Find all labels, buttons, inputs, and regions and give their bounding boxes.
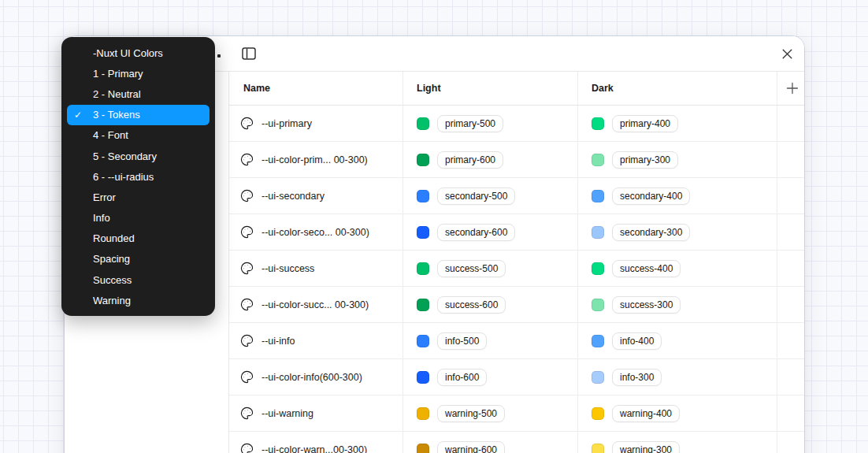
- color-swatch[interactable]: [592, 444, 604, 453]
- light-mode-cell[interactable]: primary-600: [403, 142, 578, 177]
- color-swatch[interactable]: [592, 226, 604, 239]
- variable-name-cell[interactable]: --ui-info: [229, 323, 403, 358]
- token-alias-pill[interactable]: warning-400: [612, 405, 680, 422]
- token-alias-pill[interactable]: warning-600: [437, 441, 505, 453]
- variable-name-cell[interactable]: --ui-primary: [229, 106, 403, 141]
- color-swatch[interactable]: [592, 262, 604, 275]
- add-mode-button[interactable]: [783, 79, 802, 98]
- menu-item-rounded[interactable]: Rounded: [67, 228, 210, 249]
- token-alias-pill[interactable]: success-500: [437, 260, 506, 277]
- token-alias-pill[interactable]: secondary-500: [437, 188, 515, 205]
- menu-item-2-neutral[interactable]: 2 - Neutral: [67, 84, 210, 104]
- light-mode-cell[interactable]: warning-600: [403, 432, 578, 453]
- table-row[interactable]: --ui-color-info(600-300) info-600 info-3…: [229, 359, 805, 395]
- variable-name-cell[interactable]: --ui-color-info(600-300): [229, 359, 403, 395]
- token-alias-pill[interactable]: success-600: [437, 296, 506, 314]
- color-swatch[interactable]: [417, 335, 429, 347]
- dark-mode-cell[interactable]: info-300: [578, 359, 777, 395]
- token-alias-pill[interactable]: secondary-300: [612, 224, 690, 241]
- token-alias-pill[interactable]: primary-300: [612, 151, 678, 169]
- variable-name-cell[interactable]: --ui-color-prim... 00-300): [229, 142, 403, 177]
- table-row[interactable]: --ui-primary primary-500 primary-400: [229, 106, 805, 142]
- color-swatch[interactable]: [592, 407, 604, 420]
- dark-mode-cell[interactable]: info-400: [578, 323, 777, 358]
- token-alias-pill[interactable]: warning-300: [612, 441, 680, 453]
- menu-item-error[interactable]: Error: [67, 187, 210, 207]
- menu-item-success[interactable]: Success: [67, 269, 210, 290]
- color-swatch[interactable]: [417, 226, 429, 239]
- color-swatch[interactable]: [417, 154, 429, 166]
- color-swatch[interactable]: [417, 444, 429, 453]
- token-alias-pill[interactable]: info-600: [437, 369, 487, 386]
- token-alias-pill[interactable]: info-300: [612, 369, 662, 386]
- token-alias-pill[interactable]: primary-600: [437, 151, 503, 169]
- color-swatch[interactable]: [417, 407, 429, 420]
- light-mode-cell[interactable]: warning-500: [403, 395, 578, 431]
- table-row[interactable]: --ui-color-prim... 00-300) primary-600 p…: [229, 142, 805, 178]
- token-alias-label: warning-500: [445, 408, 497, 419]
- table-row[interactable]: --ui-color-succ... 00-300) success-600 s…: [229, 287, 805, 323]
- color-swatch[interactable]: [417, 190, 429, 202]
- dark-mode-cell[interactable]: success-400: [578, 251, 777, 286]
- menu-item-info[interactable]: Info: [67, 208, 210, 228]
- table-row[interactable]: --ui-secondary secondary-500 secondary-4…: [229, 178, 805, 214]
- dark-mode-cell[interactable]: warning-300: [578, 432, 777, 453]
- color-swatch[interactable]: [417, 262, 429, 275]
- light-mode-cell[interactable]: success-600: [403, 287, 578, 322]
- menu-item-5-secondary[interactable]: 5 - Secondary: [67, 146, 210, 166]
- toggle-sidebar-button[interactable]: [239, 44, 258, 63]
- menu-item-label: Error: [93, 191, 116, 203]
- color-swatch[interactable]: [417, 299, 429, 311]
- token-alias-pill[interactable]: primary-500: [437, 115, 503, 132]
- dark-mode-cell[interactable]: success-300: [578, 287, 777, 322]
- dark-mode-cell[interactable]: secondary-400: [578, 178, 777, 214]
- color-swatch[interactable]: [417, 371, 429, 384]
- table-row[interactable]: --ui-warning warning-500 warning-400: [229, 395, 805, 432]
- color-swatch[interactable]: [592, 190, 604, 202]
- table-row[interactable]: --ui-success success-500 success-400: [229, 251, 805, 287]
- table-row[interactable]: --ui-color-warn...00-300) warning-600 wa…: [229, 432, 805, 453]
- color-swatch[interactable]: [417, 117, 429, 130]
- dark-mode-cell[interactable]: primary-300: [578, 142, 777, 177]
- menu-item-spacing[interactable]: Spacing: [67, 249, 210, 269]
- token-alias-pill[interactable]: info-400: [612, 332, 662, 350]
- variable-name-cell[interactable]: --ui-color-succ... 00-300): [229, 287, 403, 322]
- color-swatch[interactable]: [592, 299, 604, 311]
- menu-item-1-primary[interactable]: 1 - Primary: [67, 63, 210, 84]
- light-mode-cell[interactable]: primary-500: [403, 106, 578, 141]
- variable-name-cell[interactable]: --ui-success: [229, 251, 403, 286]
- menu-item-6-ui-radius[interactable]: 6 - --ui-radius: [67, 166, 210, 187]
- light-mode-cell[interactable]: info-600: [403, 359, 578, 395]
- variable-name-cell[interactable]: --ui-color-warn...00-300): [229, 432, 403, 453]
- dark-mode-cell[interactable]: secondary-300: [578, 214, 777, 250]
- color-swatch[interactable]: [592, 154, 604, 166]
- variable-name-cell[interactable]: --ui-color-seco... 00-300): [229, 214, 403, 250]
- menu-item-nuxt-ui-colors[interactable]: -Nuxt UI Colors: [67, 43, 210, 63]
- color-swatch[interactable]: [592, 371, 604, 384]
- token-alias-pill[interactable]: primary-400: [612, 115, 678, 132]
- token-alias-pill[interactable]: warning-500: [437, 405, 505, 422]
- table-row[interactable]: --ui-info info-500 info-400: [229, 323, 805, 359]
- light-mode-cell[interactable]: info-500: [403, 323, 578, 358]
- menu-item-3-tokens[interactable]: ✓3 - Tokens: [67, 105, 210, 125]
- close-button[interactable]: [777, 44, 796, 63]
- token-alias-pill[interactable]: success-300: [612, 296, 681, 314]
- menu-item-4-font[interactable]: 4 - Font: [67, 125, 210, 146]
- token-alias-pill[interactable]: success-400: [612, 260, 681, 277]
- variable-name-cell[interactable]: --ui-secondary: [229, 178, 403, 214]
- light-mode-cell[interactable]: success-500: [403, 251, 578, 286]
- menu-item-warning[interactable]: Warning: [67, 290, 210, 310]
- table-row[interactable]: --ui-color-seco... 00-300) secondary-600…: [229, 214, 805, 251]
- color-swatch[interactable]: [592, 335, 604, 347]
- light-mode-cell[interactable]: secondary-500: [403, 178, 578, 214]
- dark-mode-cell[interactable]: warning-400: [578, 395, 777, 431]
- token-alias-pill[interactable]: secondary-400: [612, 188, 690, 205]
- light-mode-cell[interactable]: secondary-600: [403, 214, 578, 250]
- token-alias-pill[interactable]: secondary-600: [437, 224, 515, 241]
- variable-name-cell[interactable]: --ui-warning: [229, 395, 403, 431]
- palette-icon: [240, 225, 254, 239]
- token-alias-pill[interactable]: info-500: [437, 332, 487, 350]
- color-swatch[interactable]: [592, 117, 604, 130]
- dark-mode-cell[interactable]: primary-400: [578, 106, 777, 141]
- menu-item-label: Rounded: [93, 232, 135, 244]
